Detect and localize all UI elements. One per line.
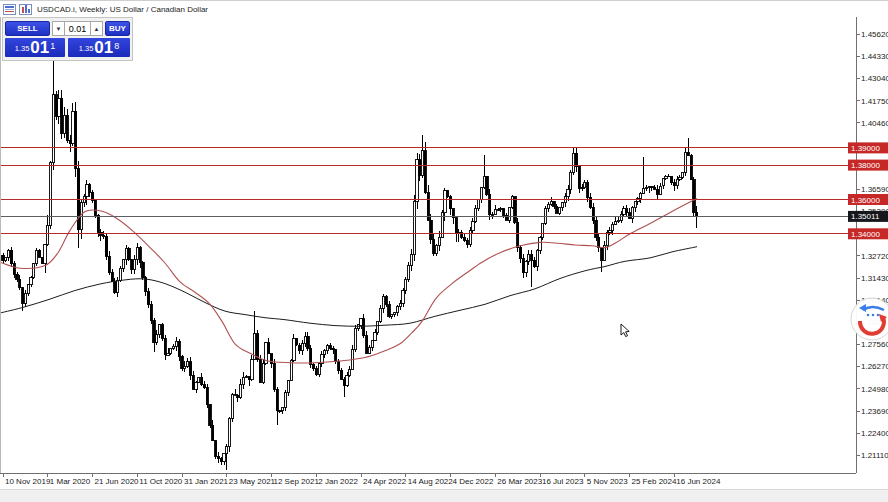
svg-text:14 Aug 2022: 14 Aug 2022 [408, 477, 453, 486]
svg-text:23 May 2021: 23 May 2021 [229, 477, 276, 486]
chart-header: USDCAD.i, Weekly: US Dollar / Canadian D… [0, 1, 888, 17]
svg-text:1.34000: 1.34000 [851, 230, 880, 239]
price-badge-1.39000: 1.39000 [848, 142, 888, 153]
price-badge-1.38000: 1.38000 [848, 160, 888, 171]
svg-text:1.26270: 1.26270 [861, 362, 888, 371]
svg-text:1.40460: 1.40460 [861, 119, 888, 128]
svg-text:25 Feb 2024: 25 Feb 2024 [632, 477, 677, 486]
price-badge-1.34000: 1.34000 [848, 228, 888, 239]
svg-text:1.38000: 1.38000 [851, 161, 880, 170]
chart-canvas[interactable]: 1.469101.456201.443301.430401.417501.404… [0, 1, 888, 502]
candlestick-series [2, 59, 698, 470]
chart-bars-icon[interactable] [19, 4, 32, 15]
svg-text:1.27560: 1.27560 [861, 340, 888, 349]
svg-text:1.23690: 1.23690 [861, 407, 888, 416]
fast-ma-line [0, 199, 697, 363]
svg-text:1.31430: 1.31430 [861, 274, 888, 283]
buy-price-prefix: 1.35 [79, 44, 94, 53]
svg-text:1 Mar 2020: 1 Mar 2020 [50, 477, 91, 486]
svg-text:1.36000: 1.36000 [851, 196, 880, 205]
sell-price-prefix: 1.35 [15, 44, 30, 53]
buy-price-pip-digit: 8 [114, 41, 119, 51]
market-depth-icon[interactable] [3, 4, 16, 15]
buy-button[interactable]: BUY [105, 21, 130, 36]
sell-price-pip-digit: 1 [50, 41, 55, 51]
one-click-trade-panel: SELL ▼ 0.01 ▲ BUY 1.35 01 1 1.35 01 8 [2, 17, 133, 61]
svg-text:1.39000: 1.39000 [851, 144, 880, 153]
window-bottom-strip [0, 489, 888, 502]
svg-text:24 Apr 2022: 24 Apr 2022 [363, 477, 407, 486]
svg-text:1.35011: 1.35011 [851, 212, 880, 221]
price-axis[interactable]: 1.469101.456201.443301.430401.417501.404… [1, 1, 888, 473]
current-price-badge: 1.35011 [848, 211, 888, 222]
chart-symbol-title: USDCAD.i, Weekly: US Dollar / Canadian D… [37, 5, 208, 14]
volume-input[interactable]: 0.01 [65, 21, 90, 36]
svg-text:10 Nov 2019: 10 Nov 2019 [5, 477, 51, 486]
volume-increase-button[interactable]: ▲ [90, 21, 103, 36]
svg-text:1.32720: 1.32720 [861, 252, 888, 261]
svg-text:1.43040: 1.43040 [861, 74, 888, 83]
svg-text:31 Jan 2021: 31 Jan 2021 [184, 477, 229, 486]
trading-platform-window: 1.469101.456201.443301.430401.417501.404… [0, 0, 888, 502]
svg-text:5 Nov 2023: 5 Nov 2023 [587, 477, 628, 486]
svg-text:1.44330: 1.44330 [861, 52, 888, 61]
buy-price-big-digits: 01 [94, 39, 113, 56]
svg-text:4 Dec 2022: 4 Dec 2022 [453, 477, 494, 486]
capture-overlay-icon[interactable] [851, 298, 888, 340]
svg-text:1.45620: 1.45620 [861, 30, 888, 39]
volume-decrease-button[interactable]: ▼ [52, 21, 65, 36]
price-badge-1.36000: 1.36000 [848, 194, 888, 205]
svg-text:16 Jul 2023: 16 Jul 2023 [542, 477, 584, 486]
svg-text:1.41750: 1.41750 [861, 97, 888, 106]
slow-ma-line [0, 247, 697, 327]
svg-text:26 Mar 2023: 26 Mar 2023 [497, 477, 542, 486]
svg-text:2 Jan 2022: 2 Jan 2022 [318, 477, 358, 486]
sell-price-display[interactable]: 1.35 01 1 [5, 38, 65, 57]
svg-text:1.24980: 1.24980 [861, 385, 888, 394]
svg-text:16 Jun 2024: 16 Jun 2024 [676, 477, 721, 486]
sell-button[interactable]: SELL [5, 21, 50, 36]
sell-price-big-digits: 01 [30, 39, 49, 56]
time-axis[interactable]: 10 Nov 20191 Mar 202021 Jun 202011 Oct 2… [0, 473, 856, 486]
svg-text:1.21110: 1.21110 [861, 451, 888, 460]
svg-text:21 Jun 2020: 21 Jun 2020 [95, 477, 140, 486]
svg-text:11 Oct 2020: 11 Oct 2020 [139, 477, 183, 486]
svg-text:1.36590: 1.36590 [861, 185, 888, 194]
mouse-cursor [621, 324, 629, 337]
svg-text:12 Sep 2021: 12 Sep 2021 [274, 477, 320, 486]
buy-price-display[interactable]: 1.35 01 8 [68, 38, 130, 57]
svg-text:1.22400: 1.22400 [861, 429, 888, 438]
